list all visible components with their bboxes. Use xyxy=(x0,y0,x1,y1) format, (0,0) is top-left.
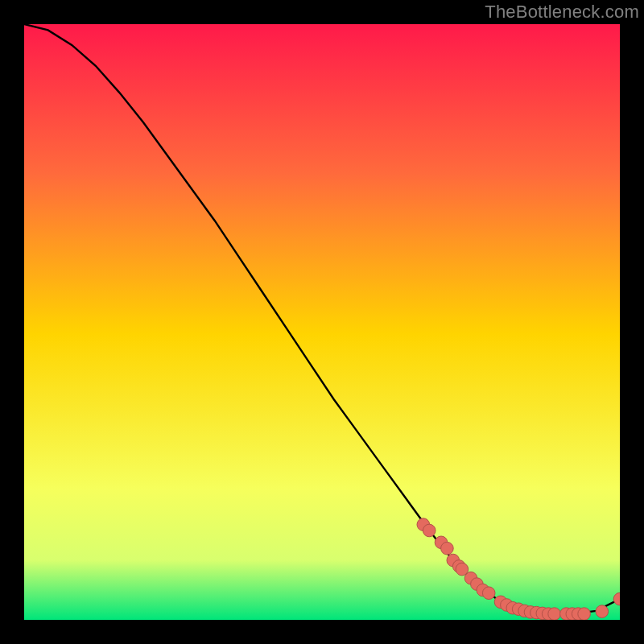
gradient-background xyxy=(24,24,620,620)
data-point xyxy=(423,524,436,537)
watermark-label: TheBottleneck.com xyxy=(485,2,639,23)
data-point xyxy=(596,605,609,618)
data-point xyxy=(578,608,591,620)
chart-frame: TheBottleneck.com xyxy=(0,0,644,644)
plot-svg xyxy=(24,24,620,620)
data-point xyxy=(441,542,454,555)
data-point xyxy=(482,587,495,600)
data-point xyxy=(548,608,561,620)
bottleneck-plot xyxy=(24,24,620,620)
